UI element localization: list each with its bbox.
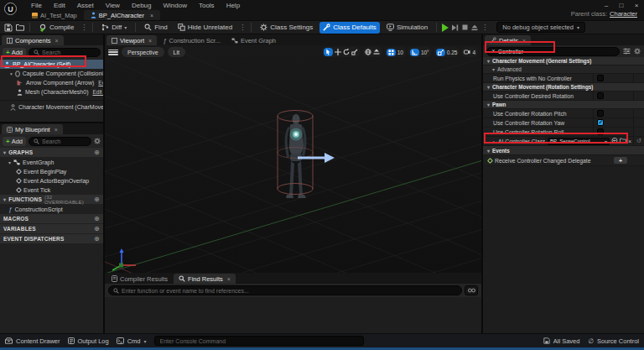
add-component-button[interactable]: + Add [3, 48, 26, 57]
tab-event-graph[interactable]: Event Graph [226, 35, 281, 45]
chevron-down-icon[interactable]: ▾ [8, 159, 11, 165]
minimize-icon[interactable]: – [599, 2, 614, 9]
desired-rotation-checkbox[interactable] [597, 92, 604, 99]
add-function-icon[interactable]: ⊕ [94, 196, 100, 203]
clear-search-icon[interactable]: × [491, 48, 496, 55]
add-macro-icon[interactable]: ⊕ [94, 215, 100, 222]
menu-file[interactable]: File [25, 2, 48, 9]
variables-section-header[interactable]: VARIABLES ⊕ [0, 224, 103, 233]
section-char-movement-rotation[interactable]: ▾ Character Movement (Rotation Settings) [483, 83, 644, 91]
class-settings-button[interactable]: Class Settings [257, 22, 316, 34]
event-graph-item[interactable]: ▾ EventGraph [0, 158, 103, 167]
menu-debug[interactable]: Debug [126, 2, 158, 9]
asset-tab-level-map[interactable]: AI_Test_Map [25, 10, 84, 20]
tab-viewport[interactable]: Viewport × [106, 35, 157, 45]
eject-icon[interactable] [471, 24, 478, 31]
diff-button[interactable]: Diff ▾ [98, 22, 130, 34]
components-search-input[interactable] [42, 50, 96, 55]
rotate-tool-icon[interactable] [343, 49, 350, 56]
close-tab-icon[interactable]: × [55, 38, 59, 44]
use-selected-asset-icon[interactable] [611, 138, 618, 144]
parent-class-link[interactable]: Character [610, 10, 637, 18]
grid-snap-control[interactable]: 10 [384, 47, 406, 57]
my-blueprint-search-input[interactable] [42, 138, 86, 144]
chevron-down-icon[interactable]: ▾ [10, 71, 13, 76]
event-actor-begin-overlap-item[interactable]: Event ActorBeginOverlap [0, 176, 103, 185]
lit-dropdown[interactable]: Lit [168, 47, 185, 57]
viewport-3d-scene[interactable]: Perspective Lit [105, 45, 481, 273]
find-references-input[interactable] [122, 288, 457, 294]
component-item-mesh[interactable]: Mesh (CharacterMesh0) Edit in C++ [0, 87, 103, 97]
rotation-roll-checkbox[interactable] [597, 128, 604, 135]
event-dispatchers-section-header[interactable]: EVENT DISPATCHERS ⊕ [0, 234, 103, 243]
details-search[interactable]: × [486, 47, 620, 56]
rotation-yaw-checkbox[interactable] [597, 119, 604, 126]
cmd-dropdown[interactable]: Cmd ▾ [117, 337, 147, 345]
add-dispatcher-icon[interactable]: ⊕ [94, 235, 100, 243]
event-begin-play-item[interactable]: Event BeginPlay [0, 167, 103, 176]
compile-button[interactable]: Compile [35, 22, 77, 34]
browse-asset-icon[interactable] [16, 24, 24, 31]
close-tab-icon[interactable]: × [522, 38, 526, 44]
frame-skip-icon[interactable] [452, 24, 459, 31]
viewport-menu-icon[interactable] [108, 49, 118, 56]
expander-icon[interactable]: ▸ [493, 138, 496, 144]
select-tool-icon[interactable] [324, 48, 333, 56]
edit-in-cpp-link[interactable]: Edit in C++ [92, 89, 103, 95]
stop-icon[interactable] [462, 24, 468, 30]
my-blueprint-search[interactable] [29, 137, 91, 146]
hide-unrelated-button[interactable]: Hide Unrelated [174, 22, 236, 34]
menu-help[interactable]: Help [221, 2, 246, 9]
tab-compiler-results[interactable]: Compiler Results [106, 274, 173, 284]
tab-components[interactable]: Components × [2, 35, 64, 45]
clear-value-icon[interactable]: × [628, 138, 631, 144]
world-space-icon[interactable] [365, 49, 371, 56]
scale-snap-control[interactable]: 0.25 [434, 47, 460, 57]
close-tab-icon[interactable]: × [148, 38, 152, 44]
view-options-icon[interactable] [623, 48, 631, 55]
tab-find-results[interactable]: Find Results × [174, 274, 236, 284]
play-options-icon[interactable]: ⋮ [481, 24, 488, 31]
graphs-section-header[interactable]: ▾ GRAPHS ⊕ [0, 148, 103, 157]
section-char-movement-general[interactable]: ▾ Character Movement (General Settings) [483, 57, 644, 65]
all-saved-indicator[interactable]: All Saved [543, 337, 580, 345]
components-search[interactable] [29, 48, 101, 57]
details-settings-gear-icon[interactable] [634, 48, 641, 55]
simulation-button[interactable]: Simulation [383, 22, 431, 34]
subsection-advanced[interactable]: ▾ Advanced [483, 65, 644, 74]
close-tab-icon[interactable]: × [55, 127, 58, 133]
console-command-input[interactable] [154, 336, 364, 346]
asset-tab-blueprint[interactable]: BP_AICharacter × [84, 10, 160, 20]
browse-to-asset-icon[interactable] [620, 138, 626, 144]
menu-asset[interactable]: Asset [71, 2, 100, 9]
move-tool-icon[interactable] [335, 49, 341, 56]
reset-to-default-icon[interactable]: ↺ [633, 137, 644, 145]
event-tick-item[interactable]: Event Tick [0, 185, 103, 195]
debug-object-dropdown[interactable]: No debug object selected ▾ [496, 22, 585, 33]
tab-construction-script[interactable]: ƒ Construction Scr... [158, 35, 226, 45]
find-in-blueprints-button[interactable] [465, 285, 478, 295]
save-icon[interactable] [4, 24, 13, 32]
rotation-snap-control[interactable]: 10° [408, 47, 432, 57]
menu-view[interactable]: View [100, 2, 126, 9]
add-graph-icon[interactable]: ⊕ [94, 149, 100, 156]
details-search-input[interactable] [498, 49, 615, 55]
find-button[interactable]: Find [141, 22, 171, 34]
section-events[interactable]: ▾ Events [483, 146, 644, 155]
hide-unrelated-options-icon[interactable]: ⋮ [239, 24, 246, 31]
run-physics-checkbox[interactable] [597, 75, 604, 81]
add-blueprint-item-button[interactable]: + Add [3, 137, 26, 146]
output-log-button[interactable]: Output Log [68, 337, 109, 345]
component-item-arrow[interactable]: Arrow Component (Arrow) Edit in C++ [0, 78, 103, 87]
source-control-button[interactable]: ∅ Source Control [588, 337, 639, 345]
scale-tool-icon[interactable] [351, 49, 358, 56]
filter-gear-icon[interactable] [94, 138, 101, 144]
macros-section-header[interactable]: MACROS ⊕ [0, 214, 103, 223]
tab-my-blueprint[interactable]: My Blueprint × [2, 124, 63, 134]
construction-script-item[interactable]: ƒ ConstructionScript [0, 205, 103, 214]
surface-snap-icon[interactable] [373, 49, 380, 56]
find-references-search[interactable] [108, 285, 462, 295]
component-item-self[interactable]: BP_AICharacter (Self) [0, 60, 103, 69]
menu-edit[interactable]: Edit [48, 2, 71, 9]
add-variable-icon[interactable]: ⊕ [94, 225, 100, 232]
